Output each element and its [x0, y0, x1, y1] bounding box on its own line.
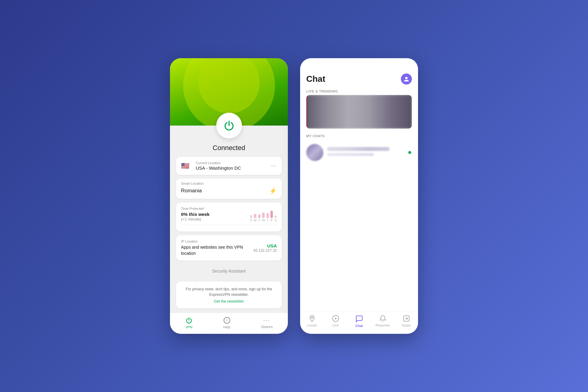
nav-label-help: Help: [223, 325, 230, 329]
power-button-container: [216, 113, 242, 138]
vpn-body: Connected 🇺🇸 Current Location USA - Wash…: [170, 126, 288, 313]
location-card[interactable]: 🇺🇸 Current Location USA - Washington DC …: [176, 157, 282, 175]
nav-label-options: Options: [261, 325, 273, 329]
power-icon: [223, 119, 235, 132]
chat-preview: [327, 147, 405, 158]
nav-item-chat[interactable]: Chat: [347, 315, 371, 328]
ip-card: IP Location Apps and websites see this V…: [176, 235, 282, 261]
nav-label-requests: Requests: [375, 323, 390, 327]
ip-country: USA: [253, 243, 277, 248]
nav-item-options[interactable]: ··· Options: [261, 317, 273, 329]
bar-t1: T: [258, 214, 261, 222]
nav-label-live: Live: [332, 323, 338, 327]
bar-s2: S: [274, 216, 277, 222]
swipe-icon: [403, 315, 410, 322]
chat-list-item[interactable]: [306, 141, 412, 164]
vpn-nav: VPN ? Help ··· Options: [170, 313, 288, 334]
smart-row: Romania ⚡: [181, 187, 277, 194]
chat-app: Chat LIVE & TRENDING MY CHATS: [300, 58, 418, 334]
stats-percent: 0% this week: [181, 212, 250, 217]
profile-avatar[interactable]: [401, 74, 412, 85]
svg-marker-5: [335, 317, 337, 320]
live-section-label: LIVE & TRENDING: [300, 88, 418, 95]
stats-label: Time Protected: [181, 207, 250, 210]
chart-area: S M T W T: [250, 207, 277, 222]
chat-header: Chat: [300, 58, 418, 88]
newsletter-box: For privacy news, tech tips, and more, s…: [176, 281, 282, 308]
my-chats-label: MY CHATS: [300, 132, 418, 140]
power-nav-icon: [185, 317, 193, 324]
smart-location-name: Romania: [181, 188, 202, 194]
chat-title: Chat: [306, 74, 325, 84]
my-chats-section: [300, 140, 418, 226]
location-label: Current Location: [196, 161, 270, 165]
chat-preview-bar-1: [327, 147, 390, 151]
bar: [274, 216, 277, 218]
stats-card: Time Protected 0% this week (<1 minute) …: [176, 202, 282, 232]
location-info: Current Location USA - Washington DC: [196, 161, 270, 171]
newsletter-link[interactable]: Get the newsletter: [181, 299, 277, 303]
live-banner[interactable]: [306, 95, 412, 129]
ip-info: IP Location Apps and websites see this V…: [181, 239, 253, 256]
requests-icon: [379, 315, 386, 322]
smart-location-card[interactable]: Smart Location Romania ⚡: [176, 179, 282, 199]
live-icon: [332, 315, 339, 322]
svg-text:?: ?: [226, 318, 228, 323]
bar-t2: T: [266, 213, 269, 222]
locals-icon: [308, 315, 316, 322]
chat-preview-bar-2: [327, 153, 374, 156]
ip-right: USA 45.132.227.32: [253, 243, 277, 253]
ip-description: Apps and websites see this VPN location: [181, 244, 253, 256]
nav-item-locals[interactable]: Locals: [300, 315, 324, 328]
stats-sub: (<1 minute): [181, 217, 250, 221]
help-icon: ?: [223, 317, 231, 324]
nav-label-vpn: VPN: [186, 325, 193, 329]
ip-address: 45.132.227.32: [253, 248, 277, 253]
bar-w: W: [262, 213, 265, 222]
stats-top: Time Protected 0% this week (<1 minute) …: [181, 207, 277, 222]
flag-icon: 🇺🇸: [181, 162, 192, 170]
vpn-app: Connected 🇺🇸 Current Location USA - Wash…: [170, 58, 288, 334]
lightning-icon: ⚡: [269, 187, 277, 194]
svg-point-3: [311, 317, 313, 318]
smart-location-label: Smart Location: [181, 182, 277, 185]
more-options-button[interactable]: ···: [270, 161, 277, 170]
nav-item-vpn[interactable]: VPN: [185, 317, 193, 329]
bar: [262, 213, 265, 218]
chat-bubble-icon: [355, 315, 363, 323]
nav-item-help[interactable]: ? Help: [223, 317, 231, 329]
nav-label-swipe: Swipe: [402, 323, 411, 327]
security-assistant-button[interactable]: Security Assistant: [176, 264, 282, 278]
bar: [254, 214, 256, 218]
nav-label-chat: Chat: [355, 324, 363, 328]
stats-info: Time Protected 0% this week (<1 minute): [181, 207, 250, 221]
bar-s1: S: [250, 215, 252, 222]
bar: [258, 214, 261, 218]
bar-m: M: [254, 214, 256, 222]
user-icon: [403, 76, 409, 82]
nav-item-swipe[interactable]: Swipe: [394, 315, 418, 328]
nav-item-requests[interactable]: Requests: [371, 315, 394, 328]
chat-nav: Locals Live Chat Requests: [300, 311, 418, 334]
empty-space: [300, 226, 418, 312]
ip-label: IP Location: [181, 239, 253, 243]
newsletter-text: For privacy news, tech tips, and more, s…: [181, 286, 277, 297]
bar-active: [270, 211, 273, 218]
location-name: USA - Washington DC: [196, 165, 270, 171]
power-button[interactable]: [216, 113, 242, 138]
bar-f: F: [270, 211, 273, 222]
bar: [266, 213, 269, 218]
nav-label-locals: Locals: [307, 323, 317, 327]
chart-divider: [181, 224, 277, 225]
chat-avatar: [306, 144, 323, 161]
svg-point-2: [405, 77, 408, 79]
bar: [250, 215, 252, 218]
live-banner-image: [306, 95, 412, 129]
live-trending-section: [300, 95, 418, 132]
online-status-dot: [408, 150, 412, 155]
vpn-header: [170, 58, 288, 126]
nav-item-live[interactable]: Live: [324, 315, 347, 328]
options-icon: ···: [263, 317, 270, 324]
connection-status: Connected: [213, 144, 245, 152]
